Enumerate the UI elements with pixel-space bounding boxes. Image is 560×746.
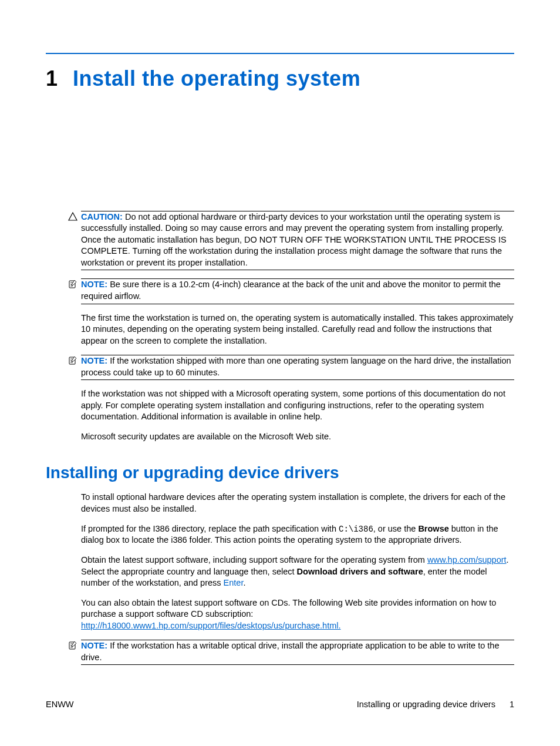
note-icon <box>68 641 77 650</box>
note-text: If the workstation shipped with more tha… <box>81 356 511 377</box>
note-block-1: NOTE: Be sure there is a 10.2-cm (4-inch… <box>81 278 514 304</box>
top-divider <box>46 53 514 54</box>
body-paragraph: You can also obtain the latest support s… <box>81 597 514 632</box>
footer-left: ENWW <box>46 699 74 711</box>
caution-label: CAUTION: <box>81 212 123 221</box>
body-paragraph: If the workstation was not shipped with … <box>81 388 514 423</box>
chapter-header: 1 Install the operating system <box>46 65 514 93</box>
support-link[interactable]: www.hp.com/support <box>427 555 507 564</box>
body-paragraph: To install optional hardware devices aft… <box>81 492 514 515</box>
note-text: Be sure there is a 10.2-cm (4-inch) clea… <box>81 280 501 301</box>
note-block-2: NOTE: If the workstation shipped with mo… <box>81 355 514 380</box>
ui-label: Download drivers and software <box>297 567 423 576</box>
ui-label: Browse <box>418 524 448 533</box>
page-number: 1 <box>510 699 514 711</box>
note-block-3: NOTE: If the workstation has a writable … <box>81 640 514 665</box>
note-icon <box>68 356 77 365</box>
note-text: If the workstation has a writable optica… <box>81 641 500 662</box>
caution-icon <box>68 212 77 221</box>
note-icon <box>68 280 77 289</box>
key-label: Enter <box>224 578 244 587</box>
body-paragraph: Microsoft security updates are available… <box>81 431 514 443</box>
section-heading: Installing or upgrading device drivers <box>46 462 514 484</box>
caution-text: Do not add optional hardware or third-pa… <box>81 212 507 267</box>
body-paragraph: The first time the workstation is turned… <box>81 312 514 347</box>
body-paragraph: If prompted for the I386 directory, repl… <box>81 523 514 546</box>
body-paragraph: Obtain the latest support software, incl… <box>81 555 514 589</box>
note-label: NOTE: <box>81 280 107 289</box>
chapter-number: 1 <box>46 65 58 93</box>
purchase-link[interactable]: http://h18000.www1.hp.com/support/files/… <box>81 621 340 630</box>
note-label: NOTE: <box>81 641 107 650</box>
page-footer: ENWW Installing or upgrading device driv… <box>46 699 514 711</box>
footer-section: Installing or upgrading device drivers <box>357 699 495 711</box>
caution-block: CAUTION: Do not add optional hardware or… <box>81 211 514 271</box>
chapter-title: Install the operating system <box>73 65 360 93</box>
code-text: C:\i386 <box>339 525 373 534</box>
note-label: NOTE: <box>81 356 107 365</box>
